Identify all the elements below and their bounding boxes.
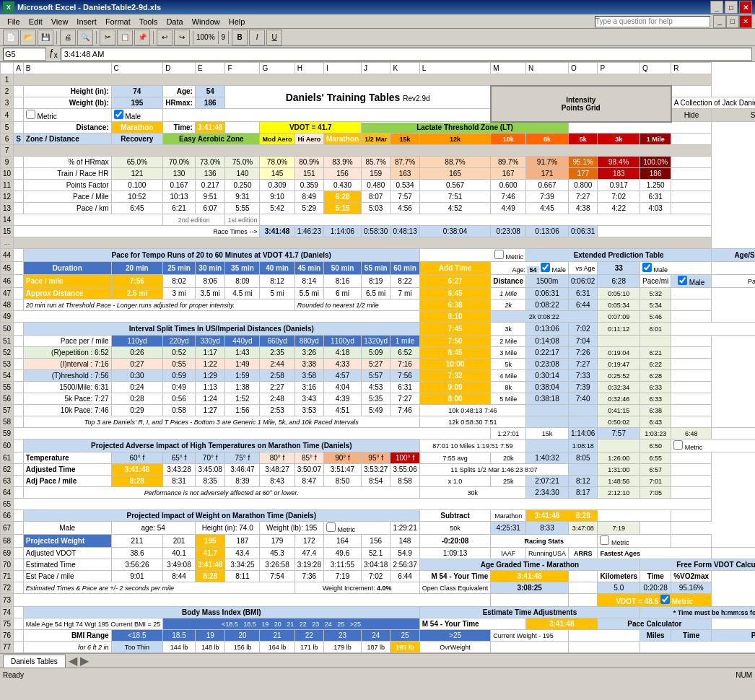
save-btn[interactable]: 💾 [38,30,53,45]
row-60: 60 Projected Adverse Impact of High Temp… [1,439,756,452]
menu-window[interactable]: Window [188,17,224,26]
row-48: 48 20 min run at Threshold Pace - Longer… [1,299,756,311]
help-min[interactable]: _ [713,15,726,28]
row-61: 61 Temperature 60° f 65° f 70° f 75° f 8… [1,452,756,464]
temp-title: Projected Adverse Impact of High Tempera… [23,439,419,452]
preview-btn[interactable]: 🔍 [77,30,93,45]
row-65: 65 [1,499,756,510]
col-o: O [569,63,598,74]
col-a: A [14,63,24,74]
help-max[interactable]: □ [726,15,739,28]
paste-btn[interactable]: 📌 [134,30,150,45]
show-btn[interactable]: Show [712,109,755,122]
row-46: 46 Pace / mile 7:56 8:02 8:06 8:09 8:12 … [1,275,756,288]
scroll-tabs-right[interactable]: ▶ [80,654,89,668]
ext-pred-title: Extended Prediction Table [526,249,712,262]
underline-btn[interactable]: U [266,30,282,45]
scroll-tabs-left[interactable]: ◀ [69,654,77,668]
redo-btn[interactable]: ↪ [174,30,190,45]
menu-data[interactable]: Data [162,17,187,26]
row-12: 12 Pace / Mile 10:52 10:13 9:51 9:31 9:1… [1,191,756,203]
italic-btn[interactable]: I [249,30,265,45]
age-sex-male-cb[interactable] [642,263,652,272]
name-box[interactable]: G5 [3,48,46,61]
row-57: 57 10k Pace: 7:46 0:29 0:58 1:27 1:56 2:… [1,405,756,416]
ext-male-cb[interactable] [541,263,550,272]
row-blank-a: … [1,237,756,249]
row-64: 64 Performance is not adversely affected… [1,487,756,499]
main-title: Daniels' Training Tables Rev2.9d [225,86,491,109]
row-56: 56 5k Pace: 7:27 0:28 0:56 1:24 1:52 2:4… [1,393,756,405]
spreadsheet: A B C D E F G H I J K L M N O P Q R 1 2 [0,62,755,653]
metric-cb[interactable] [26,110,35,119]
row-58: 58 Top 3 are Daniels' R, I, and T Paces … [1,416,756,428]
col-f: F [225,63,260,74]
row-77: 77 for 6 ft 2 in Too Thin 144 lb 148 lb … [1,642,756,653]
formula-input[interactable]: 3:41:48 AM [61,48,752,61]
row-71: 71 Est Pace / mile 9:01 8:44 8:28 8:11 7… [1,571,756,582]
tempo-metric-cb[interactable] [494,250,504,259]
est-time-adj-title: Estimate Time Adjustments [419,607,640,618]
excel-icon: X [3,1,14,13]
menu-view[interactable]: View [47,17,73,26]
sheet-tab-daniels[interactable]: Daniels Tables [3,655,66,668]
row-44: 44 Pace for Tempo Runs of 20 to 60 Minut… [1,249,756,262]
row-69: 69 Adjusted VDOT 38.6 40.1 41.7 43.4 45.… [1,548,756,559]
minimize-btn[interactable]: _ [710,1,723,14]
copy-btn[interactable]: 📋 [117,30,133,45]
menu-edit[interactable]: Edit [25,17,47,26]
row-10: 10 Train / Race HR 121 130 136 140 145 1… [1,168,756,180]
new-btn[interactable]: 📄 [3,30,19,45]
menu-tools[interactable]: Tools [135,17,162,26]
help-close[interactable]: ✕ [739,15,752,28]
row-55: 55 1500/Mile: 6:31 0:24 0:49 1:13 1:38 2… [1,382,756,393]
maximize-btn[interactable]: □ [725,1,738,14]
row-6: 6 S Zone / Distance Recovery Easy Aerobi… [1,134,756,145]
row-73: 73 VDOT = 48.5 Metric [1,594,756,607]
hide-btn[interactable]: Hide [671,109,712,122]
row-5: 5 Distance: Marathon Time: 3:41:48 VDOT … [1,122,756,134]
row-76: 76 BMI Range <18.5 18.5 19 20 21 22 23 2… [1,630,756,642]
male-cb[interactable] [114,110,123,119]
row-72: 72 Estimated Times & Pace are +/- 2 seco… [1,582,756,594]
bold-btn[interactable]: B [232,30,248,45]
subtitle: A Collection of Jack Daniels' Related Gu… [671,97,755,109]
height-label: Height (in): [23,86,111,97]
window-controls: _ □ ✕ [710,1,752,14]
col-r: R [671,63,712,74]
row-49: 49 8:10 2k 0:08:22 0:07:09 5:46 [1,311,756,323]
close-btn[interactable]: ✕ [739,1,752,14]
print-btn[interactable]: 🖨 [60,30,76,45]
row-54: 54 (T)hreshold : 7:56 0:30 0:59 1:29 1:5… [1,370,756,382]
col-p: P [598,63,640,74]
row-74: 74 Body Mass Index (BMI) Estimate Time A… [1,607,756,618]
col-i: I [324,63,362,74]
col-d: D [163,63,196,74]
cut-btn[interactable]: ✂ [100,30,115,45]
col-j: J [362,63,390,74]
menu-help[interactable]: Help [224,17,250,26]
status-bar: Ready NUM [0,668,755,682]
row-15: 15 Race Times --> 3:41:48 1:46:23 1:14:0… [1,226,756,237]
intensity-grid-title: IntensityPoints Grid [491,86,671,122]
sheet-tabs: Daniels Tables ◀ ▶ [0,653,755,668]
menu-file[interactable]: File [3,17,25,26]
row-9: 9 % of HRmax 65.0% 70.0% 73.0% 75.0% 78.… [1,157,756,168]
col-e: E [195,63,224,74]
menu-insert[interactable]: Insert [72,17,101,26]
row-75: 75 Male Age 54 Hgt 74 Wgt 195 Current BM… [1,618,756,630]
caps-lock: NUM [736,671,752,679]
col-n: N [526,63,569,74]
col-header-row: A B C D E F G H I J K L M N O P Q R [1,63,756,74]
undo-btn[interactable]: ↩ [157,30,173,45]
row-11: 11 Points Factor 0.100 0.167 0.217 0.250… [1,180,756,191]
age-val[interactable]: 54 [195,86,224,97]
menu-format[interactable]: Format [101,17,135,26]
help-input[interactable] [595,16,710,27]
age-label: Age: [163,86,196,97]
row-62: 62 Adjusted Time 3:41:48 3:43:28 3:45:08… [1,464,756,476]
row-70: 70 Estimated Time 3:56:26 3:49:08 3:41:4… [1,559,756,571]
open-btn[interactable]: 📂 [20,30,36,45]
height-val[interactable]: 74 [111,86,163,97]
row-7: 7 [1,145,756,157]
